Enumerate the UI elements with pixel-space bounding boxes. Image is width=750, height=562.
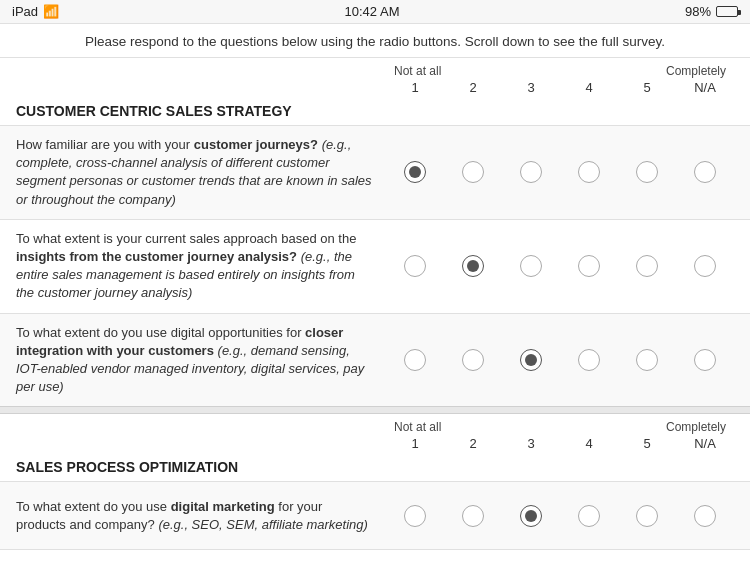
- status-bar: iPad 📶 10:42 AM 98%: [0, 0, 750, 24]
- question-row-q4: To what extent do you use digital market…: [0, 481, 750, 549]
- radio-q1-4[interactable]: [578, 161, 600, 183]
- section-title-customer-centric: CUSTOMER CENTRIC SALES STRATEGY: [16, 103, 386, 119]
- ipad-label: iPad: [12, 4, 38, 19]
- radio-q2-3[interactable]: [520, 255, 542, 277]
- radio-q4-2[interactable]: [462, 505, 484, 527]
- wifi-icon: 📶: [43, 4, 59, 19]
- section-divider: [0, 406, 750, 414]
- question-text-q1: How familiar are you with your customer …: [16, 136, 386, 209]
- scale-header-2: Not at all Completely 1 2 3 4 5 N/A: [0, 414, 750, 453]
- section-title-row-2: SALES PROCESS OPTIMIZATION: [0, 453, 750, 481]
- col2-header-3: 3: [511, 436, 551, 451]
- radio-q2-2[interactable]: [462, 255, 484, 277]
- col2-header-5: 5: [627, 436, 667, 451]
- radio-q2-5[interactable]: [636, 255, 658, 277]
- scale-label-left-2: Not at all: [394, 420, 441, 434]
- time-display: 10:42 AM: [345, 4, 400, 19]
- radio-q1-5[interactable]: [636, 161, 658, 183]
- radio-group-q2: [386, 255, 734, 277]
- radio-q3-3[interactable]: [520, 349, 542, 371]
- question-text-q4: To what extent do you use digital market…: [16, 498, 386, 534]
- radio-q2-na[interactable]: [694, 255, 716, 277]
- col-header-5: 5: [627, 80, 667, 95]
- radio-q3-4[interactable]: [578, 349, 600, 371]
- section-sales-process: Not at all Completely 1 2 3 4 5 N/A SALE…: [0, 414, 750, 562]
- radio-group-q1: [386, 161, 734, 183]
- col-header-4: 4: [569, 80, 609, 95]
- radio-q3-5[interactable]: [636, 349, 658, 371]
- col2-header-2: 2: [453, 436, 493, 451]
- radio-q2-4[interactable]: [578, 255, 600, 277]
- col-header-na: N/A: [685, 80, 725, 95]
- scale-label-right-2: Completely: [666, 420, 726, 434]
- battery-icon: [716, 6, 738, 17]
- battery-percent: 98%: [685, 4, 711, 19]
- main-content: Not at all Completely 1 2 3 4 5 N/A CUST…: [0, 58, 750, 562]
- scale-label-right-1: Completely: [666, 64, 726, 78]
- question-text-q3: To what extent do you use digital opport…: [16, 324, 386, 397]
- radio-q4-na[interactable]: [694, 505, 716, 527]
- scale-label-left-1: Not at all: [394, 64, 441, 78]
- radio-q2-1[interactable]: [404, 255, 426, 277]
- col2-header-1: 1: [395, 436, 435, 451]
- question-text-q2: To what extent is your current sales app…: [16, 230, 386, 303]
- radio-q1-2[interactable]: [462, 161, 484, 183]
- radio-q4-4[interactable]: [578, 505, 600, 527]
- col-header-1: 1: [395, 80, 435, 95]
- radio-group-q4: [386, 505, 734, 527]
- section-customer-centric: Not at all Completely 1 2 3 4 5 N/A CUST…: [0, 58, 750, 406]
- radio-q3-1[interactable]: [404, 349, 426, 371]
- radio-q4-1[interactable]: [404, 505, 426, 527]
- section-title-sales-process: SALES PROCESS OPTIMIZATION: [16, 459, 386, 475]
- radio-q1-1[interactable]: [404, 161, 426, 183]
- radio-q3-na[interactable]: [694, 349, 716, 371]
- instruction-text: Please respond to the questions below us…: [0, 24, 750, 58]
- col-header-3: 3: [511, 80, 551, 95]
- question-row-q3: To what extent do you use digital opport…: [0, 313, 750, 407]
- radio-q3-2[interactable]: [462, 349, 484, 371]
- question-row-q1: How familiar are you with your customer …: [0, 125, 750, 219]
- radio-q4-5[interactable]: [636, 505, 658, 527]
- question-row-q2: To what extent is your current sales app…: [0, 219, 750, 313]
- question-row-q5: To what extent has digitalization become…: [0, 549, 750, 562]
- radio-group-q3: [386, 349, 734, 371]
- section-title-row-1: CUSTOMER CENTRIC SALES STRATEGY: [0, 97, 750, 125]
- scale-header-1: Not at all Completely 1 2 3 4 5 N/A: [0, 58, 750, 97]
- col2-header-na: N/A: [685, 436, 725, 451]
- col-header-2: 2: [453, 80, 493, 95]
- radio-q4-3[interactable]: [520, 505, 542, 527]
- radio-q1-na[interactable]: [694, 161, 716, 183]
- col2-header-4: 4: [569, 436, 609, 451]
- radio-q1-3[interactable]: [520, 161, 542, 183]
